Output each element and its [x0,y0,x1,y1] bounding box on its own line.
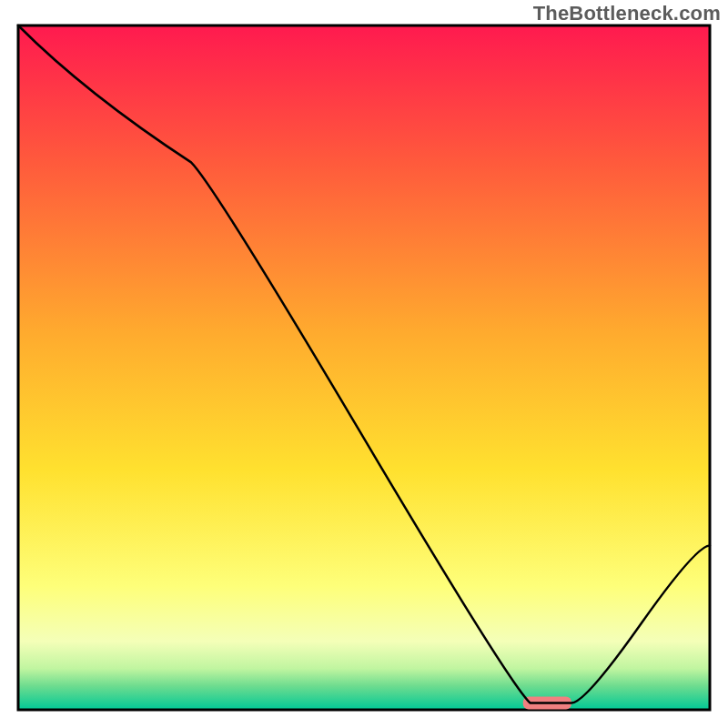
plot-background [18,25,710,710]
watermark-text: TheBottleneck.com [533,2,721,25]
chart-svg [0,0,728,728]
chart-container: TheBottleneck.com [0,0,728,728]
